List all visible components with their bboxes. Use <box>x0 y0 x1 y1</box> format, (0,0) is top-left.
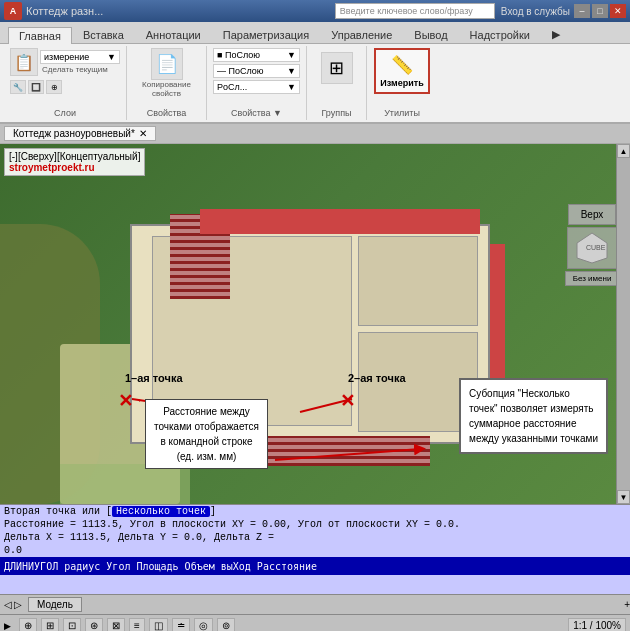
point1-label: 1–ая точка <box>125 372 183 384</box>
status-grid[interactable]: ⊞ <box>41 618 59 631</box>
status-coords: ▶ <box>4 621 11 631</box>
nav-noname-btn[interactable]: Без имени <box>565 271 619 286</box>
status-snap2[interactable]: ⊠ <box>107 618 125 631</box>
cmd-line-3: Дельта X = 1113.5, Дельта Y = 0.0, Дельт… <box>0 531 630 544</box>
status-lw[interactable]: ≐ <box>172 618 190 631</box>
point1-marker: ✕ <box>118 390 133 412</box>
section-label-properties: Свойства <box>147 106 187 118</box>
v-scrollbar: ▲ ▼ <box>616 144 630 504</box>
props-dropdown3[interactable]: PoСл...▼ <box>213 80 300 94</box>
section-label-layers: Слои <box>54 106 76 118</box>
status-dyn[interactable]: ◫ <box>149 618 168 631</box>
status-snap[interactable]: ⊕ <box>19 618 37 631</box>
layer-dropdown[interactable]: измерение ▼ <box>40 50 120 64</box>
tab-parametrize[interactable]: Параметризация <box>212 26 320 43</box>
cmd-highlight: Несколько точек <box>112 506 210 517</box>
tab-insert[interactable]: Вставка <box>72 26 135 43</box>
login-text: Вход в службы <box>501 6 570 17</box>
scroll-track[interactable] <box>617 158 630 490</box>
search-placeholder: Введите ключевое слово/фразу <box>340 6 473 16</box>
drawing-tab-title: Коттедж разноуровневый* <box>13 128 135 139</box>
ribbon-section-copy: 📄 Копированиесвойств Свойства <box>127 46 207 120</box>
layer-btn2[interactable]: 🔲 <box>28 80 44 94</box>
ribbon: 📋 измерение ▼ Сделать текущим 🔧 🔲 ⊕ Слои… <box>0 44 630 124</box>
cmd-line-2: Расстояние = 1113.5, Угол в плоскости XY… <box>0 518 630 531</box>
groups-icon[interactable]: ⊞ <box>321 52 353 84</box>
tab-icon-left[interactable]: ◁ <box>4 599 12 610</box>
path-bottom <box>60 464 190 504</box>
layer-btn3[interactable]: ⊕ <box>46 80 62 94</box>
drawing-tab-bar: Коттедж разноуровневый* ✕ <box>0 124 630 144</box>
section-label-groups: Группы <box>322 106 352 118</box>
drawing-tab-main[interactable]: Коттедж разноуровневый* ✕ <box>4 126 156 141</box>
ribbon-section-props: ■ ПоСлою▼ — ПоСлою▼ PoСл...▼ Свойства ▼ <box>207 46 307 120</box>
tab-manage[interactable]: Управление <box>320 26 403 43</box>
ribbon-section-groups: ⊞ Группы <box>307 46 367 120</box>
title-bar: A Коттедж разн... Введите ключевое слово… <box>0 0 630 22</box>
section-label-utilities: Утилиты <box>384 106 420 118</box>
suboption-annotation: Субопция "Несколько точек" позволяет изм… <box>459 378 608 454</box>
tab-addons[interactable]: Надстройки <box>459 26 541 43</box>
measure-label: Измерить <box>380 78 423 88</box>
search-box[interactable]: Введите ключевое слово/фразу <box>335 3 495 19</box>
room-right-top <box>358 236 478 326</box>
status-scale: 1:1 / 100% <box>568 618 626 631</box>
status-polar[interactable]: ⊛ <box>85 618 103 631</box>
ribbon-tabs: Главная Вставка Аннотации Параметризация… <box>0 22 630 44</box>
point2-marker: ✕ <box>340 390 355 412</box>
props-dropdown2[interactable]: — ПоСлою▼ <box>213 64 300 78</box>
nav-cube-3d[interactable]: CUBE <box>567 227 617 269</box>
copy-icon[interactable]: 📄 <box>151 48 183 80</box>
measure-button[interactable]: 📏 Измерить <box>374 48 429 94</box>
cmd-input[interactable]: ДЛИНИУГОЛ радиус Угол Площадь Объем выХо… <box>0 557 630 575</box>
tab-home[interactable]: Главная <box>8 27 72 44</box>
bottom-tabs: ◁ ▷ Модель + <box>0 594 630 614</box>
sub-line4: между указанными точками <box>469 431 598 446</box>
layer-icon[interactable]: 📋 <box>10 48 38 76</box>
nav-top-btn[interactable]: Верх <box>568 204 616 225</box>
dist-line3: в командной строке <box>154 434 259 449</box>
sub-line2: точек" позволяет измерять <box>469 401 598 416</box>
bottom-right-icons: + <box>624 599 630 610</box>
props-dropdown1[interactable]: ■ ПоСлою▼ <box>213 48 300 62</box>
ribbon-section-layers: 📋 измерение ▼ Сделать текущим 🔧 🔲 ⊕ Слои <box>4 46 127 120</box>
roof-red-top <box>200 209 480 234</box>
status-ortho[interactable]: ⊡ <box>63 618 81 631</box>
tab-icons: ◁ ▷ <box>4 599 22 610</box>
ribbon-section-utilities: 📏 Измерить Утилиты <box>367 46 437 120</box>
status-obj[interactable]: ≡ <box>129 618 145 631</box>
status-bar: ▶ ⊕ ⊞ ⊡ ⊛ ⊠ ≡ ◫ ≐ ◎ ⊚ 1:1 / 100% <box>0 614 630 631</box>
tab-icon-right[interactable]: ▷ <box>14 599 22 610</box>
tab-output[interactable]: Вывод <box>403 26 458 43</box>
maximize-button[interactable]: □ <box>592 4 608 18</box>
sub-line3: суммарное расстояние <box>469 416 598 431</box>
dist-line1: Расстояние между <box>154 404 259 419</box>
cmd-line-4: 0.0 <box>0 544 630 557</box>
minimize-button[interactable]: – <box>574 4 590 18</box>
make-current-btn[interactable]: Сделать текущим <box>40 65 120 74</box>
tab-model[interactable]: Модель <box>28 597 82 612</box>
tab-annotations[interactable]: Аннотации <box>135 26 212 43</box>
title-bar-text: Коттедж разн... <box>26 5 335 17</box>
view-label-link[interactable]: stroymetproekt.ru <box>9 162 95 173</box>
sub-line1: Субопция "Несколько <box>469 386 598 401</box>
view-label-text: [-][Сверху][Концептуальный] <box>9 151 140 162</box>
cmd-area: Вторая точка или [Несколько точек] Расст… <box>0 504 630 594</box>
view-label: [-][Сверху][Концептуальный] stroymetproe… <box>4 148 145 176</box>
dist-line4: (ед. изм. мм) <box>154 449 259 464</box>
distance-annotation: Расстояние между точками отображается в … <box>145 399 268 469</box>
copy-label: Копированиесвойств <box>142 80 191 98</box>
cmd-line-1: Вторая точка или [Несколько точек] <box>0 505 630 518</box>
status-qs[interactable]: ⊚ <box>217 618 235 631</box>
layer-btn1[interactable]: 🔧 <box>10 80 26 94</box>
app-logo: A <box>4 2 22 20</box>
drawing-area: Верх CUBE Без имени ▲ ▼ [-][Сверху][Конц… <box>0 144 630 504</box>
drawing-tab-close[interactable]: ✕ <box>139 128 147 139</box>
close-button[interactable]: ✕ <box>610 4 626 18</box>
nav-cube: Верх CUBE Без имени <box>562 204 622 284</box>
scroll-up[interactable]: ▲ <box>617 144 630 158</box>
window-controls: – □ ✕ <box>574 4 626 18</box>
scroll-down[interactable]: ▼ <box>617 490 630 504</box>
tab-more[interactable]: ▶ <box>541 25 571 43</box>
status-tp[interactable]: ◎ <box>194 618 213 631</box>
